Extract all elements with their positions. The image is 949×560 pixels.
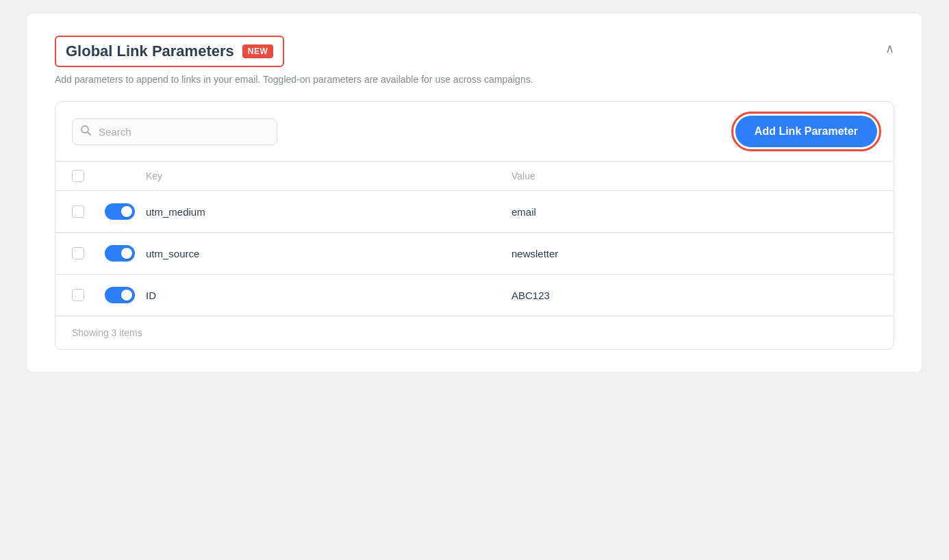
row3-checkbox-cell [72,289,105,301]
select-all-checkbox[interactable] [72,170,84,182]
items-count: Showing 3 items [55,316,894,349]
table-row: utm_source newsletter [55,233,894,275]
row1-toggle-knob [121,206,132,217]
row3-toggle-cell [105,287,146,303]
row3-toggle-knob [121,290,132,301]
row3-key: ID [146,290,511,301]
row2-toggle-cell [105,245,146,262]
row1-key: utm_medium [146,206,511,218]
search-wrapper [72,118,277,145]
search-input[interactable] [72,118,277,145]
search-icon [80,125,91,138]
page-container: Global Link Parameters NEW ∧ Add paramet… [27,14,922,372]
title-area: Global Link Parameters NEW [55,36,284,67]
row2-key: utm_source [146,248,511,259]
main-card: Add Link Parameter Key Value [55,101,894,350]
table-row: utm_medium email [55,191,894,233]
header-section: Global Link Parameters NEW ∧ [55,36,894,67]
row2-value: newsletter [511,248,877,259]
subtitle-text: Add parameters to append to links in you… [55,74,894,85]
row3-checkbox[interactable] [72,289,84,301]
table-header: Key Value [55,162,894,191]
svg-line-1 [88,132,90,135]
row2-toggle-knob [121,248,132,259]
page-title: Global Link Parameters [66,42,234,60]
new-badge: NEW [242,44,274,58]
table-row: ID ABC123 [55,275,894,316]
row1-toggle-track [105,203,135,220]
column-key-label: Key [146,170,511,181]
collapse-icon[interactable]: ∧ [885,41,894,56]
row2-checkbox-cell [72,247,105,259]
header-checkbox-cell [72,170,105,182]
row1-toggle[interactable] [105,203,135,220]
row2-toggle[interactable] [105,245,135,262]
row1-toggle-cell [105,203,146,220]
row2-toggle-track [105,245,135,262]
row3-toggle-track [105,287,135,303]
row2-checkbox[interactable] [72,247,84,259]
table-area: Key Value utm_medium email [55,161,894,316]
title-row: Global Link Parameters NEW [55,36,284,67]
row1-value: email [511,206,877,218]
row1-checkbox[interactable] [72,205,84,218]
row3-value: ABC123 [511,290,877,301]
add-link-parameter-button[interactable]: Add Link Parameter [735,116,877,147]
card-toolbar: Add Link Parameter [55,102,894,161]
row1-checkbox-cell [72,205,105,218]
row3-toggle[interactable] [105,287,135,303]
column-value-label: Value [511,170,877,181]
